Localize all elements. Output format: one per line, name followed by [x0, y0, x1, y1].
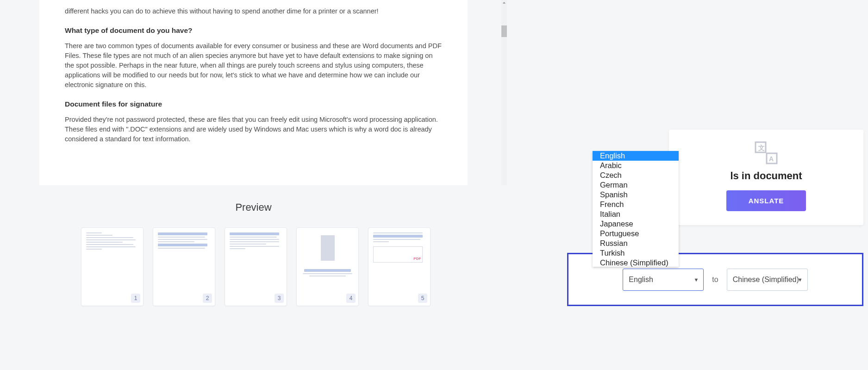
- chevron-down-icon: ▼: [798, 277, 803, 282]
- article-heading: Document files for signature: [65, 100, 442, 108]
- preview-title: Preview: [0, 201, 507, 213]
- article-panel: different hacks you can do to achieve th…: [39, 0, 468, 185]
- lang-option[interactable]: Spanish: [593, 190, 679, 200]
- lang-option[interactable]: French: [593, 200, 679, 209]
- sidebar: 文 A ls in document ANSLATE English Arabi…: [507, 0, 868, 370]
- thumb-page-badge: 2: [203, 294, 212, 303]
- lang-option[interactable]: Portuguese: [593, 229, 679, 238]
- thumb-page-badge: 3: [275, 294, 284, 303]
- language-dropdown-open[interactable]: English Arabic Czech German Spanish Fren…: [593, 151, 679, 267]
- lang-option[interactable]: Russian: [593, 238, 679, 248]
- thumb-page-badge: 5: [418, 294, 427, 303]
- lang-option[interactable]: Czech: [593, 170, 679, 180]
- preview-thumbnails: 1 2 3: [0, 227, 507, 306]
- thumb-page-badge: 4: [346, 294, 356, 303]
- to-label: to: [712, 276, 718, 284]
- preview-thumb[interactable]: PDF 5: [368, 227, 431, 306]
- translate-button[interactable]: ANSLATE: [726, 190, 806, 211]
- lang-option[interactable]: Chinese (Simplified): [593, 258, 679, 267]
- preview-thumb[interactable]: 4: [296, 227, 359, 306]
- target-language-select[interactable]: Chinese (Simplified) ▼: [727, 269, 808, 291]
- svg-text:A: A: [769, 155, 774, 163]
- main-content: different hacks you can do to achieve th…: [0, 0, 507, 370]
- thumb-page-badge: 1: [131, 294, 140, 303]
- lang-option[interactable]: Italian: [593, 209, 679, 219]
- preview-thumb[interactable]: 2: [153, 227, 215, 306]
- source-language-select[interactable]: English ▼: [623, 269, 704, 291]
- lang-option[interactable]: English: [593, 151, 679, 161]
- scroll-up-button[interactable]: [501, 0, 507, 6]
- chevron-down-icon: ▼: [693, 277, 699, 282]
- article-scrollbar[interactable]: [501, 0, 507, 185]
- select-value: Chinese (Simplified): [733, 276, 799, 284]
- article-text: Provided they're not password protected,…: [65, 115, 442, 144]
- article-heading: What type of document do you have?: [65, 26, 442, 35]
- svg-text:文: 文: [758, 144, 765, 151]
- lang-option[interactable]: Arabic: [593, 161, 679, 170]
- preview-thumb[interactable]: 1: [81, 227, 144, 306]
- translate-icon: 文 A: [755, 141, 778, 164]
- scrollbar-thumb[interactable]: [501, 25, 507, 37]
- translate-heading: ls in document: [683, 170, 849, 182]
- article-text: different hacks you can do to achieve th…: [65, 6, 442, 16]
- preview-thumb[interactable]: 3: [225, 227, 287, 306]
- translate-widget: 文 A ls in document ANSLATE: [669, 130, 863, 225]
- lang-option[interactable]: Japanese: [593, 219, 679, 229]
- article-text: There are two common types of documents …: [65, 41, 442, 90]
- preview-section: Preview 1 2: [0, 185, 507, 306]
- select-value: English: [629, 276, 653, 284]
- lang-option[interactable]: Turkish: [593, 248, 679, 258]
- lang-option[interactable]: German: [593, 180, 679, 190]
